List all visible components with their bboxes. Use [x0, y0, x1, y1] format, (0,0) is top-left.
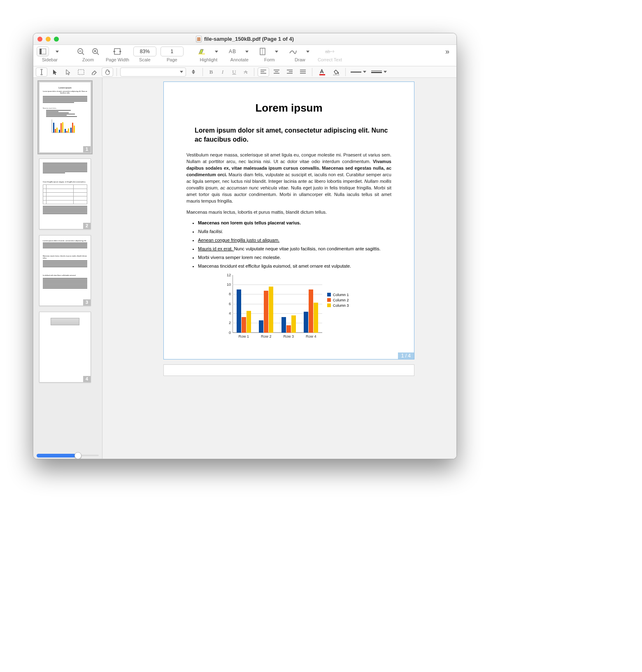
page-label: Page — [167, 57, 177, 62]
annotate-button[interactable]: AB — [226, 47, 239, 56]
toolbar-overflow-button[interactable]: » — [442, 47, 453, 56]
bullet-item: Maecenas tincidunt est efficitur ligula … — [198, 264, 391, 268]
window-controls — [37, 37, 59, 42]
annotate-dropdown[interactable] — [241, 47, 253, 56]
content-area: Lorem ipsum Lorem ipsum dolor sit amet, … — [33, 78, 456, 459]
svg-rect-21 — [275, 71, 278, 72]
form-label: Form — [264, 57, 275, 62]
pan-tool[interactable] — [102, 68, 113, 77]
svg-rect-30 — [333, 75, 339, 75]
italic-button[interactable]: I — [218, 68, 228, 77]
svg-line-6 — [97, 53, 99, 55]
embedded-chart: Column 1Column 2Column 3 024681012Row 1R… — [221, 273, 357, 347]
draw-dropdown[interactable] — [302, 47, 314, 56]
svg-rect-26 — [300, 70, 306, 70]
bullet-item: Maecenas non lorem quis tellus placerat … — [198, 220, 301, 225]
svg-rect-27 — [300, 71, 306, 72]
strike-button[interactable]: A — [241, 68, 251, 77]
svg-rect-24 — [289, 71, 293, 72]
sidebar-dropdown[interactable] — [51, 47, 63, 56]
draw-label: Draw — [295, 57, 305, 62]
highlight-dropdown[interactable] — [211, 47, 222, 56]
draw-button[interactable] — [286, 47, 300, 56]
font-size-stepper[interactable] — [188, 68, 199, 77]
thumb-number: 1 — [83, 146, 91, 152]
sidebar-toggle-button[interactable] — [37, 47, 49, 56]
align-justify-button[interactable] — [297, 68, 309, 77]
zoom-out-button[interactable] — [74, 47, 87, 56]
window-title-text: file-sample_150kB.pdf (Page 1 of 4) — [204, 36, 294, 42]
svg-rect-17 — [261, 70, 266, 70]
thumbnail-page-3[interactable]: Lorem ipsum dolor sit amet, consectetur … — [39, 235, 91, 306]
thumb-number: 4 — [83, 376, 91, 382]
svg-rect-44 — [70, 128, 72, 133]
sidebar-zoom-knob[interactable] — [74, 452, 81, 459]
thumbnail-page-1[interactable]: Lorem ipsum Lorem ipsum dolor sit amet, … — [39, 82, 91, 153]
svg-rect-18 — [261, 71, 264, 72]
eraser-tool[interactable] — [88, 68, 100, 77]
form-dropdown[interactable] — [271, 47, 282, 56]
sidebar-label: Sidebar — [42, 57, 58, 62]
thumb-number: 3 — [83, 299, 91, 306]
align-center-button[interactable] — [271, 68, 282, 77]
svg-rect-23 — [287, 70, 293, 70]
pointer-tool[interactable] — [49, 68, 60, 77]
close-button[interactable] — [37, 37, 42, 42]
correct-text-button: ab — [323, 47, 337, 56]
svg-rect-25 — [287, 73, 293, 74]
minimize-button[interactable] — [46, 37, 51, 42]
doc-title: Lorem ipsum — [186, 102, 391, 114]
svg-rect-35 — [53, 123, 54, 133]
page-indicator: 1 / 4 — [398, 352, 414, 359]
svg-rect-29 — [319, 74, 325, 75]
main-toolbar: Sidebar Zoom Page Width Scale — [33, 45, 456, 66]
svg-rect-40 — [62, 122, 63, 133]
bullet-item: Nulla facilisi. — [198, 229, 223, 234]
svg-rect-16 — [78, 70, 84, 75]
marquee-tool[interactable] — [75, 68, 87, 77]
thumbnail-sidebar: Lorem ipsum Lorem ipsum dolor sit amet, … — [33, 78, 102, 459]
align-right-button[interactable] — [284, 68, 295, 77]
thumbnail-page-4[interactable]: 4 — [39, 312, 91, 383]
zoom-label: Zoom — [82, 57, 94, 62]
scale-input[interactable] — [133, 47, 156, 56]
align-left-button[interactable] — [258, 68, 269, 77]
select-tool[interactable] — [62, 68, 74, 77]
zoom-in-button[interactable] — [89, 47, 102, 56]
app-window: file-sample_150kB.pdf (Page 1 of 4) Side… — [33, 33, 457, 459]
svg-rect-22 — [274, 73, 279, 74]
svg-line-3 — [82, 53, 84, 55]
svg-rect-42 — [66, 131, 67, 133]
fill-color-button[interactable] — [330, 68, 342, 77]
svg-rect-46 — [74, 126, 75, 133]
zoom-button[interactable] — [54, 37, 59, 42]
svg-rect-38 — [59, 130, 60, 133]
doc-paragraph: Maecenas mauris lectus, lobortis et puru… — [186, 209, 391, 216]
page-input[interactable] — [160, 47, 184, 56]
line-style-button[interactable] — [349, 68, 368, 77]
underline-button[interactable]: U — [229, 68, 239, 77]
form-button[interactable] — [257, 47, 268, 56]
text-cursor-tool[interactable] — [36, 68, 47, 77]
svg-rect-39 — [60, 123, 62, 133]
page-width-button[interactable] — [111, 47, 124, 56]
thumb-number: 2 — [83, 223, 91, 229]
document-icon — [196, 36, 202, 42]
doc-subtitle: Lorem ipsum dolor sit amet, consectetur … — [195, 126, 391, 144]
scale-label: Scale — [139, 57, 151, 62]
text-color-button[interactable] — [316, 68, 328, 77]
page-1: Lorem ipsum Lorem ipsum dolor sit amet, … — [163, 82, 414, 359]
document-canvas[interactable]: Lorem ipsum Lorem ipsum dolor sit amet, … — [102, 78, 456, 459]
doc-paragraph: Vestibulum neque massa, scelerisque sit … — [186, 152, 391, 205]
correct-label: Correct Text — [318, 57, 342, 62]
bold-button[interactable]: B — [206, 68, 216, 77]
pagewidth-label: Page Width — [106, 57, 129, 62]
svg-rect-1 — [40, 49, 42, 54]
highlight-button[interactable] — [195, 47, 208, 56]
line-weight-button[interactable] — [370, 68, 388, 77]
svg-rect-45 — [72, 123, 73, 133]
font-select[interactable] — [120, 68, 186, 77]
thumbnail-page-2[interactable]: Cras fringilla ipsum magna, in fringilla… — [39, 159, 91, 229]
svg-rect-28 — [300, 73, 306, 74]
highlight-label: Highlight — [200, 57, 217, 62]
